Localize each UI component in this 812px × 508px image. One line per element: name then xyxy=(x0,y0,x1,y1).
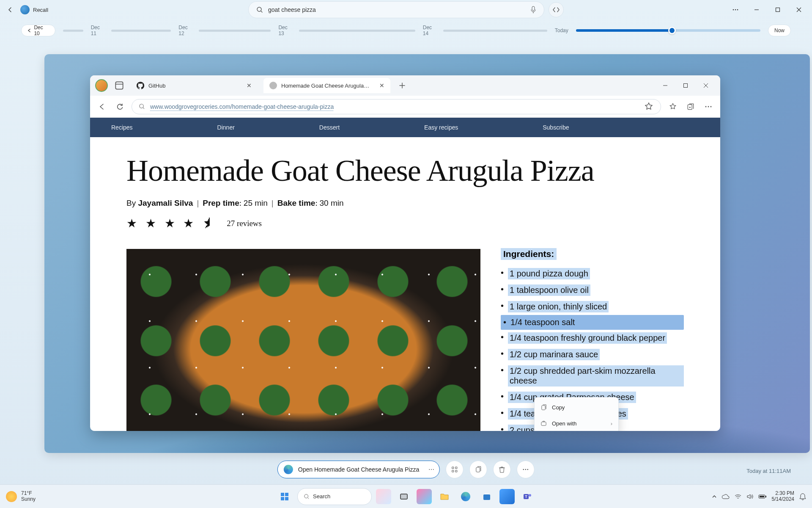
browser-more-icon[interactable] xyxy=(702,101,714,113)
onedrive-icon[interactable] xyxy=(722,494,730,499)
delete-button[interactable] xyxy=(493,461,511,478)
system-tray: 2:30 PM5/14/2024 xyxy=(712,491,806,502)
more-button[interactable] xyxy=(726,3,745,17)
copy-button[interactable] xyxy=(469,461,487,478)
site-nav: Recipes Dinner Dessert Easy recipes Subs… xyxy=(90,118,720,137)
nav-item[interactable]: Recipes xyxy=(111,124,133,131)
context-copy[interactable]: Copy xyxy=(535,399,618,415)
notifications-icon[interactable] xyxy=(799,493,806,500)
taskbar-widgets[interactable] xyxy=(376,489,391,504)
rating: ★ ★ ★ ★ ⯨ 27 reviews xyxy=(126,216,684,230)
task-view[interactable] xyxy=(395,488,412,505)
svg-rect-20 xyxy=(285,493,288,496)
byline-prefix: By xyxy=(126,199,138,207)
open-snapshot-button[interactable]: Open Homemade Goat Cheese Arugula Pizza … xyxy=(277,461,440,478)
day-track[interactable] xyxy=(111,30,171,32)
recipe-title: Homemade Goat Cheese Arugula Pizza xyxy=(126,153,684,188)
day-track[interactable] xyxy=(199,30,271,32)
action-bar: Open Homemade Goat Cheese Arugula Pizza … xyxy=(277,461,535,478)
taskbar-weather[interactable]: 71°FSunny xyxy=(6,491,36,502)
nav-refresh[interactable] xyxy=(114,101,126,113)
open-more-icon[interactable]: ⋯ xyxy=(428,466,434,473)
address-bar[interactable]: www.woodgrovegroceries.com/homemade-goat… xyxy=(132,99,661,114)
crop-button[interactable] xyxy=(446,461,464,478)
browser-close[interactable] xyxy=(697,79,715,92)
file-explorer[interactable] xyxy=(436,488,453,505)
today-track[interactable] xyxy=(576,29,760,32)
browser-minimize[interactable] xyxy=(656,79,675,92)
tab-recipe[interactable]: Homemade Goat Cheese Arugula Pizz ✕ xyxy=(263,78,390,93)
wifi-icon[interactable] xyxy=(735,494,741,499)
search-box[interactable] xyxy=(248,1,544,18)
ingredient-item: 1 large onion, thinly sliced xyxy=(501,298,684,315)
github-icon xyxy=(137,82,144,89)
teams-icon[interactable]: T xyxy=(519,488,536,505)
timeline-thumb[interactable] xyxy=(668,27,676,34)
recall-taskbar-icon[interactable] xyxy=(499,489,515,504)
maximize-button[interactable] xyxy=(768,3,787,17)
volume-icon[interactable] xyxy=(746,494,753,500)
battery-icon[interactable] xyxy=(758,494,767,499)
context-copy-label: Copy xyxy=(552,404,565,411)
day-track[interactable] xyxy=(299,30,415,32)
svg-rect-22 xyxy=(285,497,288,500)
day-track[interactable] xyxy=(443,30,547,32)
clock[interactable]: 2:30 PM5/14/2024 xyxy=(772,491,794,502)
favorites-icon[interactable] xyxy=(667,101,679,113)
mic-icon[interactable] xyxy=(530,6,536,14)
nav-item[interactable]: Easy recipes xyxy=(424,124,458,131)
svg-rect-6 xyxy=(115,82,123,89)
svg-point-18 xyxy=(527,469,529,470)
weather-temp: 71°F xyxy=(21,491,36,496)
svg-rect-1 xyxy=(532,6,535,11)
profile-avatar[interactable] xyxy=(95,79,108,92)
tab-close-icon[interactable]: ✕ xyxy=(247,82,252,89)
nav-item[interactable]: Dinner xyxy=(217,124,235,131)
taskbar-search[interactable]: Search xyxy=(297,488,372,505)
timeline: Dec 10 Dec 11 Dec 12 Dec 13 Dec 14 Today… xyxy=(0,22,812,39)
chevron-right-icon: › xyxy=(611,420,612,427)
svg-point-4 xyxy=(737,9,738,11)
nav-item[interactable]: Dessert xyxy=(319,124,340,131)
now-pill[interactable]: Now xyxy=(768,25,791,36)
browser-maximize[interactable] xyxy=(676,79,695,92)
shopping-favorite-icon[interactable] xyxy=(644,102,654,112)
titlebar: Recall xyxy=(0,0,812,19)
more-actions-button[interactable] xyxy=(517,461,535,478)
tab-close-icon[interactable]: ✕ xyxy=(379,82,384,89)
svg-point-10 xyxy=(705,106,707,107)
start-button[interactable] xyxy=(276,488,293,505)
svg-point-2 xyxy=(733,9,734,11)
bake-value: 30 min xyxy=(319,199,343,207)
tab-github[interactable]: GitHub ✕ xyxy=(131,78,258,93)
new-tab-button[interactable] xyxy=(396,80,408,91)
nav-back[interactable] xyxy=(96,101,108,113)
tabsets-icon[interactable] xyxy=(114,80,125,91)
ingredients-heading: Ingredients: xyxy=(503,249,554,259)
context-open-with[interactable]: Open with › xyxy=(535,415,618,431)
ingredient-item-selected[interactable]: 1/4 teaspoon salt xyxy=(501,315,684,330)
browser-window: GitHub ✕ Homemade Goat Cheese Arugula Pi… xyxy=(90,75,720,431)
timeline-back-pill[interactable]: Dec 10 xyxy=(21,25,55,36)
minimize-button[interactable] xyxy=(747,3,766,17)
svg-point-8 xyxy=(140,104,143,108)
snapshot-timestamp: Today at 11:11AM xyxy=(746,468,791,474)
close-button[interactable] xyxy=(789,3,809,17)
today-label: Today xyxy=(555,28,568,33)
chevron-up-icon[interactable] xyxy=(712,494,717,499)
collections-icon[interactable] xyxy=(685,101,697,113)
tab-label: Homemade Goat Cheese Arugula Pizz xyxy=(281,83,370,89)
browser-tabstrip: GitHub ✕ Homemade Goat Cheese Arugula Pi… xyxy=(90,75,720,96)
day-track[interactable] xyxy=(63,30,83,32)
back-button[interactable] xyxy=(3,3,17,17)
svg-rect-31 xyxy=(760,496,764,497)
svg-rect-14 xyxy=(541,422,546,425)
code-button[interactable] xyxy=(549,2,564,17)
svg-rect-5 xyxy=(776,8,780,12)
nav-item[interactable]: Subscribe xyxy=(543,124,569,131)
store-icon[interactable] xyxy=(478,488,495,505)
edge-taskbar[interactable] xyxy=(457,488,474,505)
ingredient-item: 1/2 cup shredded part-skim mozzarella ch… xyxy=(501,363,684,389)
search-input[interactable] xyxy=(268,6,525,13)
copilot-icon[interactable] xyxy=(417,489,432,504)
